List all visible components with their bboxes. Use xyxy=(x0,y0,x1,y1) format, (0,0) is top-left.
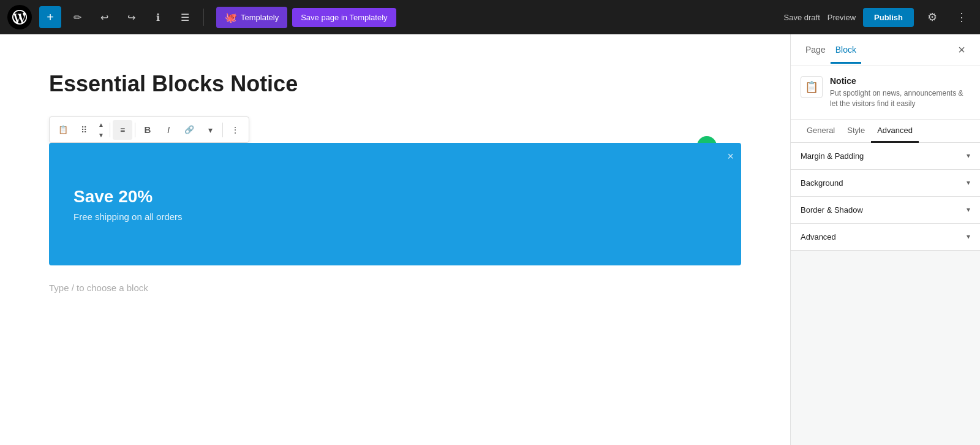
border-shadow-header[interactable]: Border & Shadow ▾ xyxy=(791,197,980,223)
page-tab[interactable]: Page xyxy=(801,37,831,64)
toolbar-separator-2 xyxy=(135,123,135,137)
sidebar-content: Margin & Padding ▾ Background ▾ Border &… xyxy=(791,143,980,445)
block-options-button[interactable]: ⋮ xyxy=(225,120,245,140)
sidebar-close-button[interactable]: × xyxy=(953,42,970,59)
move-up-down: ▲ ▼ xyxy=(95,120,107,140)
settings-icon: ⚙ xyxy=(927,10,937,24)
toolbar-separator-3 xyxy=(222,123,223,137)
notice-icon: 📋 xyxy=(58,125,68,134)
block-info: 📋 Notice Put spotlight on news, announce… xyxy=(791,66,980,120)
link-button[interactable]: 🔗 xyxy=(179,120,199,140)
block-tab[interactable]: Block xyxy=(831,37,861,64)
border-shadow-title: Border & Shadow xyxy=(801,205,863,215)
info-button[interactable]: ℹ xyxy=(147,6,169,28)
bold-icon: B xyxy=(145,124,151,135)
three-dots-icon: ⋮ xyxy=(231,125,239,135)
advanced-section: Advanced ▾ xyxy=(791,224,980,251)
templately-icon: 🐙 xyxy=(225,12,237,23)
drag-icon: ⠿ xyxy=(81,125,87,135)
border-shadow-chevron: ▾ xyxy=(967,205,970,214)
info-icon: ℹ xyxy=(156,12,160,23)
save-page-in-templately-button[interactable]: Save page in Templately xyxy=(292,8,396,27)
margin-padding-header[interactable]: Margin & Padding ▾ xyxy=(791,143,980,169)
save-draft-button[interactable]: Save draft xyxy=(784,13,820,22)
undo-icon: ↩ xyxy=(100,12,108,23)
notice-block-type-button[interactable]: 📋 xyxy=(53,120,73,140)
main-layout: Essential Blocks Notice G 📋 ⠿ ▲ ▼ ≡ xyxy=(0,34,980,445)
edit-button[interactable]: ✏ xyxy=(66,6,88,28)
advanced-tab[interactable]: Advanced xyxy=(871,120,919,143)
topbar-right: Save draft Preview Publish ⚙ ⋮ xyxy=(784,6,973,28)
sidebar-header: Page Block × xyxy=(791,34,980,66)
list-icon: ☰ xyxy=(181,12,189,23)
notice-block-icon: 📋 xyxy=(805,80,818,94)
preview-button[interactable]: Preview xyxy=(827,13,856,22)
publish-button[interactable]: Publish xyxy=(863,8,914,27)
list-view-button[interactable]: ☰ xyxy=(174,6,196,28)
background-chevron: ▾ xyxy=(967,178,970,187)
advanced-title: Advanced xyxy=(801,232,836,242)
templately-button[interactable]: 🐙 Templately xyxy=(216,7,287,28)
link-icon: 🔗 xyxy=(184,125,194,134)
background-title: Background xyxy=(801,178,843,188)
block-info-text: Notice Put spotlight on news, announceme… xyxy=(830,76,970,109)
dropdown-icon: ▾ xyxy=(208,125,213,135)
more-icon: ⋮ xyxy=(956,10,967,24)
background-header[interactable]: Background ▾ xyxy=(791,170,980,196)
italic-button[interactable]: I xyxy=(159,120,178,140)
page-title: Essential Blocks Notice xyxy=(49,71,741,97)
style-tab[interactable]: Style xyxy=(841,120,871,143)
move-down-button[interactable]: ▼ xyxy=(95,130,107,140)
topbar: + ✏ ↩ ↪ ℹ ☰ 🐙 Templately Save page in Te… xyxy=(0,0,980,34)
notice-block: × Save 20% Free shipping on all orders xyxy=(49,143,741,265)
advanced-header[interactable]: Advanced ▾ xyxy=(791,224,980,250)
notice-heading: Save 20% xyxy=(74,187,717,207)
notice-close-button[interactable]: × xyxy=(727,150,734,163)
general-tab[interactable]: General xyxy=(801,120,841,143)
undo-button[interactable]: ↩ xyxy=(93,6,115,28)
type-hint[interactable]: Type / to choose a block xyxy=(49,283,741,293)
background-section: Background ▾ xyxy=(791,170,980,197)
close-icon: × xyxy=(958,43,965,57)
text-align-button[interactable]: ≡ xyxy=(113,120,132,140)
chevron-down-icon: ▼ xyxy=(98,132,104,139)
add-block-button[interactable]: + xyxy=(39,6,61,28)
wp-icon xyxy=(12,10,27,25)
block-name: Notice xyxy=(830,76,970,86)
edit-icon: ✏ xyxy=(74,12,81,23)
more-rich-text-button[interactable]: ▾ xyxy=(200,120,220,140)
advanced-chevron: ▾ xyxy=(967,232,970,241)
redo-button[interactable]: ↪ xyxy=(120,6,142,28)
move-up-button[interactable]: ▲ xyxy=(95,120,107,129)
margin-padding-section: Margin & Padding ▾ xyxy=(791,143,980,170)
wp-logo xyxy=(7,5,32,29)
notice-subtext: Free shipping on all orders xyxy=(74,211,717,222)
settings-button[interactable]: ⚙ xyxy=(921,6,943,28)
topbar-divider xyxy=(203,9,204,26)
margin-padding-chevron: ▾ xyxy=(967,151,970,160)
block-toolbar: 📋 ⠿ ▲ ▼ ≡ B I xyxy=(49,116,249,143)
bold-button[interactable]: B xyxy=(138,120,157,140)
border-shadow-section: Border & Shadow ▾ xyxy=(791,197,980,224)
drag-handle[interactable]: ⠿ xyxy=(74,120,94,140)
italic-icon: I xyxy=(167,124,170,135)
toolbar-separator-1 xyxy=(110,123,110,137)
editor-area: Essential Blocks Notice G 📋 ⠿ ▲ ▼ ≡ xyxy=(0,34,790,445)
redo-icon: ↪ xyxy=(127,12,135,23)
block-icon-container: 📋 xyxy=(801,76,823,98)
margin-padding-title: Margin & Padding xyxy=(801,151,864,161)
block-description: Put spotlight on news, announcements & l… xyxy=(830,88,970,109)
chevron-up-icon: ▲ xyxy=(98,121,104,128)
more-options-button[interactable]: ⋮ xyxy=(951,6,973,28)
sidebar: Page Block × 📋 Notice Put spotlight on n… xyxy=(790,34,980,445)
block-settings-tabs: General Style Advanced xyxy=(791,120,980,143)
align-icon: ≡ xyxy=(120,125,125,135)
